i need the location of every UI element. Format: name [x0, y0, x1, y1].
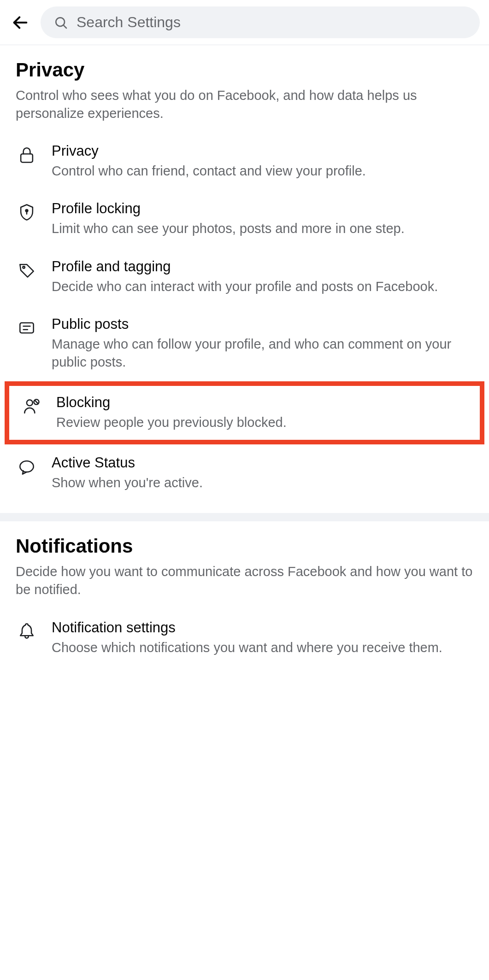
- item-text: Public posts Manage who can follow your …: [52, 316, 473, 371]
- item-title: Public posts: [52, 316, 473, 332]
- svg-point-6: [23, 266, 24, 268]
- item-text: Profile locking Limit who can see your p…: [52, 200, 473, 238]
- item-text: Profile and tagging Decide who can inter…: [52, 258, 473, 296]
- item-title: Privacy: [52, 143, 473, 159]
- item-text: Active Status Show when you're active.: [52, 455, 473, 492]
- bell-icon: [16, 620, 38, 642]
- item-desc: Limit who can see your photos, posts and…: [52, 220, 473, 238]
- item-text: Blocking Review people you previously bl…: [56, 394, 469, 432]
- search-placeholder: Search Settings: [77, 14, 181, 31]
- block-user-icon: [20, 395, 42, 417]
- public-posts-item[interactable]: Public posts Manage who can follow your …: [16, 306, 473, 381]
- active-status-item[interactable]: Active Status Show when you're active.: [16, 444, 473, 502]
- notification-settings-item[interactable]: Notification settings Choose which notif…: [16, 609, 473, 667]
- item-desc: Show when you're active.: [52, 474, 473, 492]
- chat-icon: [16, 455, 38, 478]
- header: Search Settings: [0, 0, 489, 45]
- item-desc: Control who can friend, contact and view…: [52, 162, 473, 180]
- item-title: Active Status: [52, 455, 473, 471]
- lock-icon: [16, 144, 38, 166]
- notifications-section-title: Notifications: [16, 535, 473, 557]
- tag-icon: [16, 259, 38, 281]
- posts-icon: [16, 317, 38, 339]
- item-text: Notification settings Choose which notif…: [52, 619, 473, 657]
- item-desc: Manage who can follow your profile, and …: [52, 335, 473, 371]
- section-divider: [0, 513, 489, 521]
- back-arrow-icon: [11, 13, 29, 32]
- notifications-section: Notifications Decide how you want to com…: [0, 521, 489, 677]
- item-desc: Decide who can interact with your profil…: [52, 278, 473, 296]
- privacy-item[interactable]: Privacy Control who can friend, contact …: [16, 133, 473, 190]
- svg-line-2: [64, 25, 66, 28]
- search-icon: [53, 15, 68, 30]
- blocking-item[interactable]: Blocking Review people you previously bl…: [20, 386, 469, 440]
- svg-rect-7: [20, 323, 33, 333]
- item-title: Notification settings: [52, 619, 473, 636]
- svg-line-12: [35, 400, 38, 403]
- svg-point-10: [27, 400, 33, 406]
- item-text: Privacy Control who can friend, contact …: [52, 143, 473, 180]
- notifications-section-desc: Decide how you want to communicate acros…: [16, 563, 473, 599]
- search-input[interactable]: Search Settings: [41, 6, 480, 38]
- item-desc: Review people you previously blocked.: [56, 414, 469, 432]
- profile-tagging-item[interactable]: Profile and tagging Decide who can inter…: [16, 248, 473, 306]
- item-title: Profile locking: [52, 200, 473, 217]
- blocking-highlight: Blocking Review people you previously bl…: [5, 381, 484, 444]
- shield-icon: [16, 201, 38, 223]
- privacy-section-desc: Control who sees what you do on Facebook…: [16, 87, 473, 122]
- privacy-section-title: Privacy: [16, 59, 473, 81]
- privacy-section: Privacy Control who sees what you do on …: [0, 45, 489, 513]
- item-desc: Choose which notifications you want and …: [52, 639, 473, 657]
- item-title: Profile and tagging: [52, 258, 473, 275]
- back-button[interactable]: [9, 12, 31, 34]
- svg-rect-3: [21, 154, 33, 162]
- item-title: Blocking: [56, 394, 469, 411]
- profile-locking-item[interactable]: Profile locking Limit who can see your p…: [16, 190, 473, 248]
